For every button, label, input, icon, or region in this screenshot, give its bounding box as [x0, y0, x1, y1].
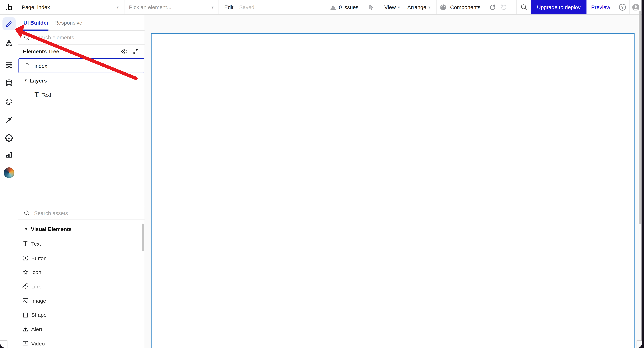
bubble-editor-window: .b Page: index ▾ Pick an element... ▾ Ed…	[0, 0, 644, 348]
tree-item-index-label: index	[34, 63, 47, 69]
view-menu[interactable]: View ▾	[384, 4, 400, 10]
rail-divider	[0, 54, 18, 54]
sidebar-item-layout[interactable]	[2, 58, 15, 71]
view-menu-label: View	[384, 4, 396, 10]
issues-count: 0 issues	[339, 4, 358, 10]
preview-button[interactable]: Preview	[586, 0, 615, 14]
upgrade-to-deploy-button[interactable]: Upgrade to deploy	[531, 0, 586, 14]
editor-search-button[interactable]	[517, 0, 531, 14]
tree-item-index-selected[interactable]: index	[18, 58, 144, 73]
asset-item-button[interactable]: Button	[18, 251, 144, 265]
tree-group-layers-label: Layers	[30, 77, 47, 83]
elements-tree-header: Elements Tree	[18, 45, 144, 58]
tab-responsive-label: Responsive	[54, 19, 82, 26]
toolbar-status-section: Edit Saved 0 issues View	[219, 0, 436, 14]
collapse-triangle-icon[interactable]: ▾	[24, 78, 27, 82]
page-canvas-index[interactable]	[151, 33, 634, 348]
pointer-tool-icon[interactable]	[368, 4, 374, 11]
asset-item-text[interactable]: T Text	[18, 237, 144, 251]
element-picker-dropdown[interactable]: Pick an element... ▾	[124, 0, 219, 14]
search-assets-input[interactable]	[33, 209, 128, 216]
tab-ui-builder[interactable]: UI Builder	[24, 15, 48, 30]
sidebar-item-settings[interactable]	[2, 131, 15, 145]
search-icon	[520, 3, 528, 11]
page-file-icon	[24, 63, 31, 69]
plug-icon	[5, 116, 13, 124]
window-edge	[642, 0, 644, 348]
collapse-triangle-icon: ▾	[25, 227, 27, 231]
assets-scrollbar[interactable]	[142, 224, 144, 251]
search-icon	[24, 34, 30, 41]
asset-item-image[interactable]: Image	[18, 294, 144, 308]
link-chain-icon	[22, 283, 29, 290]
tab-responsive[interactable]: Responsive	[54, 15, 82, 30]
bubble-logo-icon: .b	[5, 2, 12, 12]
arrange-menu[interactable]: Arrange ▾	[407, 4, 430, 10]
user-avatar-icon	[631, 3, 640, 12]
chevron-down-icon: ▾	[428, 5, 430, 9]
asset-item-label: Image	[31, 298, 46, 304]
chevron-down-icon: ▾	[116, 5, 119, 9]
sidebar-item-design[interactable]	[2, 17, 15, 30]
sidebar-account-avatar[interactable]	[4, 167, 14, 178]
asset-item-alert[interactable]: Alert	[18, 322, 144, 336]
asset-item-label: Shape	[31, 312, 47, 318]
asset-item-link[interactable]: Link	[18, 279, 144, 294]
tree-group-layers[interactable]: ▾ Layers	[24, 76, 47, 85]
sidebar-item-logs[interactable]	[2, 148, 15, 161]
issues-indicator[interactable]: 0 issues	[330, 4, 358, 10]
text-element-icon: T	[34, 92, 38, 98]
workflow-sitemap-icon	[5, 39, 13, 47]
sidebar-item-plugins[interactable]	[2, 113, 15, 126]
bar-chart-icon	[5, 151, 13, 159]
asset-item-shape[interactable]: Shape	[18, 308, 144, 322]
tree-item-text[interactable]: T Text	[34, 90, 51, 99]
save-status: Saved	[239, 4, 254, 10]
search-elements-input[interactable]	[33, 34, 128, 41]
search-elements-row	[18, 31, 144, 45]
window-corner-bottom-right	[636, 341, 644, 348]
image-icon	[22, 298, 29, 304]
asset-item-icon[interactable]: Icon	[18, 265, 144, 280]
asset-item-label: Button	[31, 255, 47, 261]
button-element-icon	[22, 255, 29, 261]
pencil-icon	[5, 20, 13, 28]
sidebar-item-data[interactable]	[2, 76, 15, 89]
page-selector-dropdown[interactable]: Page: index ▾	[18, 0, 124, 14]
text-element-icon: T	[22, 240, 29, 247]
asset-item-video[interactable]: Video	[18, 336, 144, 348]
arrange-menu-label: Arrange	[407, 4, 426, 10]
asset-item-label: Video	[31, 341, 45, 347]
visual-elements-section-header[interactable]: ▾ Visual Elements	[18, 222, 144, 237]
search-assets-row	[18, 206, 144, 220]
edit-mode-label[interactable]: Edit	[224, 4, 234, 10]
help-question-icon: ?	[618, 3, 626, 11]
history-controls	[486, 0, 517, 14]
components-label: Components	[450, 4, 480, 10]
panel-tabs: UI Builder Responsive	[18, 15, 144, 31]
help-button[interactable]: ?	[615, 0, 630, 14]
element-picker-placeholder: Pick an element...	[129, 4, 172, 10]
elements-tree-title: Elements Tree	[23, 48, 59, 54]
window-corner-bottom-left	[0, 341, 8, 348]
redo-icon[interactable]	[500, 3, 508, 11]
top-toolbar: .b Page: index ▾ Pick an element... ▾ Ed…	[0, 0, 642, 15]
components-button[interactable]: Components	[437, 0, 486, 14]
database-icon	[5, 79, 13, 87]
gear-icon	[5, 134, 13, 142]
tree-item-text-label: Text	[42, 92, 51, 98]
sidebar-item-styles[interactable]	[2, 95, 15, 108]
undo-icon[interactable]	[489, 3, 496, 11]
search-icon	[24, 210, 30, 216]
components-box-icon	[439, 3, 447, 11]
vertical-scrollbar[interactable]	[639, 11, 641, 224]
asset-item-label: Text	[31, 241, 41, 247]
warning-triangle-icon	[330, 4, 336, 10]
elements-panel: UI Builder Responsive Elements Tree	[18, 15, 145, 348]
editor-canvas	[145, 15, 642, 348]
app-logo[interactable]: .b	[0, 0, 18, 14]
expand-diagonal-icon[interactable]	[133, 48, 139, 54]
sidebar-item-workflow[interactable]	[2, 36, 15, 50]
visibility-eye-icon[interactable]	[121, 48, 128, 55]
asset-item-label: Icon	[31, 269, 41, 275]
